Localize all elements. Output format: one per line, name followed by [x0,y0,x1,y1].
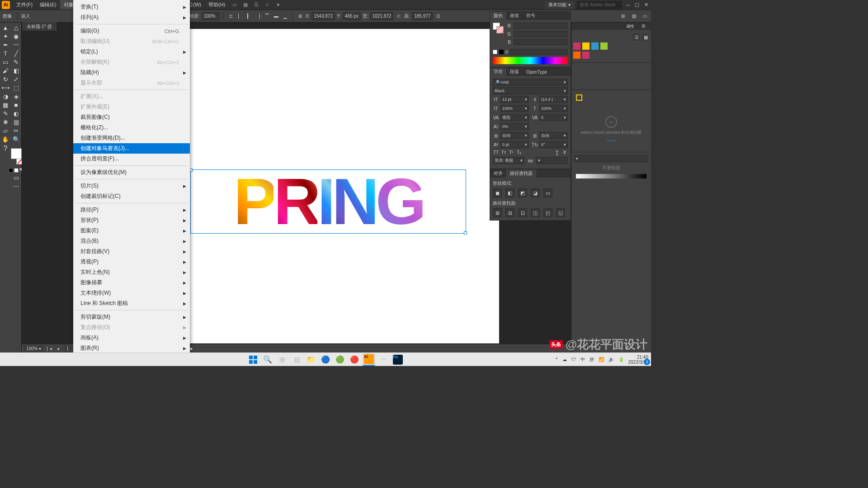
grid-icon[interactable]: ▦ [242,2,249,8]
swatch-4[interactable] [600,42,608,50]
swatch-1[interactable] [573,42,580,50]
shape-builder-tool-icon[interactable]: ◑ [0,92,10,101]
workspace-switcher[interactable]: 基本功能 ▾ [545,1,574,9]
start-button[interactable] [247,353,259,366]
widgets-icon[interactable]: ▦ [290,353,303,366]
zoom-field[interactable]: 100% ▾ [24,346,43,352]
tab-symbols[interactable]: 符号 [523,12,539,20]
font-size-field[interactable]: 12 pt▾ [500,96,529,103]
menu-item[interactable]: 创建渐变网格(D)... [73,133,190,143]
tracking-field[interactable]: 0▾ [539,114,568,121]
help-icon[interactable]: ? [0,144,10,154]
menu-item[interactable]: 锁定(L)▶ [73,47,190,57]
menu-item[interactable]: 排列(A)▶ [73,12,190,23]
swatch-white[interactable] [14,168,19,173]
direct-selection-tool-icon[interactable]: △ [11,23,21,32]
menu-item[interactable]: 裁剪图像(C) [73,112,190,122]
menu-item[interactable]: 画板(A)▶ [73,333,190,343]
curvature-tool-icon[interactable]: 〰 [11,41,21,49]
menu-item[interactable]: 图表(R)▶ [73,343,190,353]
ime-mode[interactable]: 拼 [590,357,594,363]
align-right-icon[interactable]: ▕ [255,13,262,20]
crop-icon[interactable]: ◫ [531,208,540,217]
menu-item[interactable]: 拼合透明度(F)... [73,154,190,164]
tab-properties[interactable]: 属性 [623,23,638,30]
auto2-field[interactable]: 自动▾ [539,132,568,139]
mesh-tool-icon[interactable]: ▦ [0,101,10,109]
explorer-icon[interactable]: 📁 [305,353,317,366]
underline-icon[interactable]: T̲ [554,150,560,155]
menu-item[interactable]: 剪切蒙版(M)▶ [73,312,190,322]
auto1-field[interactable]: 自动▾ [500,132,529,139]
illustrator-taskbar-icon[interactable]: Ai [363,353,375,366]
shift-field[interactable]: 0 pt▾ [500,141,529,148]
artboard-nav[interactable]: |◂ ◂ [47,346,61,351]
view-icon[interactable]: ▤ [630,13,637,20]
arrange-icon[interactable]: ⊞ [619,13,627,20]
crop-area-icon[interactable]: ⊡ [434,13,442,20]
align-hcenter-icon[interactable]: ▎ [245,13,253,20]
swatch-6[interactable] [582,52,590,59]
tab-color[interactable]: 颜色 [490,12,506,20]
menu-0[interactable]: 文件(F) [13,0,36,9]
shaper-tool-icon[interactable]: ✎ [11,58,21,66]
menu-item[interactable]: 封套扭曲(V)▶ [73,246,190,257]
antialiasing-icon[interactable]: aa [527,158,533,163]
edit-toolbar-icon[interactable]: ⋯ [11,182,21,191]
exclude-icon[interactable]: ◪ [531,188,540,197]
swatch-5[interactable] [573,52,580,59]
notification-badge[interactable]: 3 [644,359,650,365]
check-icon[interactable]: ✓ [264,2,270,8]
menu-item[interactable]: 设为像素级优化(M) [73,167,190,178]
align-h1-icon[interactable]: ⊏ [227,13,235,20]
pen-tool-icon[interactable]: ✒ [0,41,10,49]
tray-overflow-icon[interactable]: ^ [556,357,558,362]
screen-mode-icon[interactable]: ▭ [11,174,21,182]
link-wh-icon[interactable]: ⊂ [395,13,402,20]
close-icon[interactable]: ✕ [643,2,649,8]
cc-link[interactable]: —— [574,138,648,143]
menu-item[interactable]: 变换(T)▶ [73,2,190,12]
hex-input[interactable] [510,49,568,55]
hscale-field[interactable]: 100%▾ [539,105,568,112]
menu-item[interactable]: Line 和 Sketch 图稿▶ [73,298,190,309]
leading-field[interactable]: (14.4 )▾ [539,96,568,103]
rectangle-tool-icon[interactable]: ▭ [0,58,10,66]
menu-item[interactable]: 路径(P)▶ [73,205,190,215]
y-field[interactable]: 465 px [343,12,361,20]
merge-icon[interactable]: ⊡ [518,208,527,217]
tray-volume-icon[interactable]: 🔊 [609,357,614,362]
menu-item[interactable]: 实时上色(N)▶ [73,267,190,277]
tray-battery-icon[interactable]: 🔋 [618,357,624,362]
x-field[interactable]: 1543.872 [311,12,335,20]
hand-tool-icon[interactable]: ✋ [0,135,10,144]
list-view-icon[interactable]: ☰ [633,33,640,41]
slice-tool-icon[interactable]: ✂ [11,127,21,135]
menu-item[interactable]: 栅格化(Z)... [73,122,190,133]
snip-icon[interactable]: ✂ [377,353,390,366]
divide-icon[interactable]: ⊞ [493,208,502,217]
w-field[interactable]: 1021.872 [370,12,394,20]
menu-item[interactable]: 切片(S)▶ [73,181,190,191]
symbol-sprayer-tool-icon[interactable]: ❋ [0,118,10,127]
embed-button[interactable]: 嵌入 [21,13,30,19]
menu-item[interactable]: 图案(E)▶ [73,225,190,236]
magic-wand-tool-icon[interactable]: ✦ [0,32,10,41]
maximize-icon[interactable]: ▢ [634,2,640,8]
g-input[interactable] [514,31,568,37]
tab-align[interactable]: 对齐 [490,169,506,178]
h-field[interactable]: 185.977 [412,12,433,20]
vscale-field[interactable]: 100%▾ [500,105,529,112]
unite-icon[interactable]: ◼ [493,188,502,197]
doc-icon[interactable]: ▭ [231,2,238,8]
rotate-tool-icon[interactable]: ↻ [0,75,10,84]
ime-lang[interactable]: 中 [580,357,585,363]
aa-field[interactable]: ▾ [536,157,568,164]
gradient-tool-icon[interactable]: ■ [11,101,21,109]
line-tool-icon[interactable]: ╱ [11,49,21,58]
expand-icon[interactable]: ▭ [543,188,552,197]
align-left-icon[interactable]: ▏ [236,13,244,20]
align-bottom-icon[interactable]: ▁ [282,13,289,20]
strikethrough-icon[interactable]: T̶ [561,150,568,155]
column-graph-tool-icon[interactable]: ▥ [11,118,21,127]
